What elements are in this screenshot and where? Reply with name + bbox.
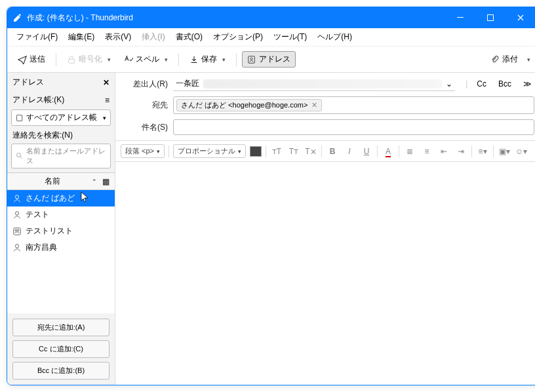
encrypt-label: 暗号化 (79, 54, 102, 65)
indent-icon[interactable]: ⇥ (454, 147, 467, 156)
maximize-button[interactable] (475, 7, 505, 28)
bullet-list-icon[interactable]: ≣ (403, 147, 416, 156)
minimize-button[interactable] (445, 7, 475, 28)
add-to-button[interactable]: 宛先に追加:(A) (12, 319, 109, 336)
address-book-picker[interactable]: すべてのアドレス帳 ▾ (11, 109, 111, 126)
number-list-icon[interactable]: ≡ (420, 147, 433, 156)
toolbar: 送信 暗号化 ▾ スペル ▾ 保存 ▾ アドレス 添付 ▾ (7, 47, 535, 73)
menu-options[interactable]: オプション(P) (208, 29, 268, 45)
svg-point-11 (17, 229, 19, 231)
subject-label: 件名(S) (122, 122, 168, 133)
encrypt-button[interactable]: 暗号化 ▾ (62, 51, 116, 68)
more-button[interactable]: ≫ (521, 78, 534, 90)
mouse-cursor-icon (81, 191, 90, 203)
emoji-icon[interactable]: ☺▾ (515, 147, 528, 156)
contact-name: テスト (26, 209, 49, 220)
svg-point-7 (15, 195, 18, 198)
attach-button[interactable]: 添付 ▾ (485, 51, 535, 68)
save-button[interactable]: 保存 ▾ (184, 51, 231, 68)
chevron-down-icon: ▾ (222, 56, 226, 63)
menu-tools[interactable]: ツール(T) (268, 29, 312, 45)
outdent-icon[interactable]: ⇤ (437, 147, 450, 156)
person-icon (12, 194, 22, 203)
decrease-font-icon[interactable]: ᴛT (270, 147, 283, 156)
add-cc-button[interactable]: Cc に追加:(C) (12, 340, 109, 358)
menu-icon[interactable]: ≡ (105, 96, 109, 105)
contact-name: 南方昌典 (26, 242, 57, 253)
contacts-sidebar: アドレス ✕ アドレス帳:(K) ≡ すべてのアドレス帳 ▾ 連絡先を検索:(N… (7, 73, 115, 385)
spellcheck-icon (124, 55, 133, 64)
sidebar-title: アドレス (12, 77, 44, 88)
message-body[interactable] (115, 162, 535, 385)
menu-edit[interactable]: 編集(E) (63, 29, 100, 45)
svg-point-12 (15, 244, 18, 247)
remove-chip-icon[interactable]: ✕ (311, 101, 317, 109)
recipient-chip-text: さんだ ばあど <hogehoge@hoge.com> (181, 100, 307, 110)
col-name: 名前 (12, 176, 92, 187)
increase-font-icon[interactable]: Tᴛ (287, 147, 300, 156)
svg-rect-9 (14, 227, 21, 235)
insert-image-icon[interactable]: ▣▾ (498, 147, 511, 156)
list-icon (12, 227, 22, 236)
clear-format-icon[interactable]: T⨯ (304, 147, 317, 156)
divider: | (466, 79, 467, 88)
chevron-down-icon: ▾ (108, 56, 111, 63)
menu-insert[interactable]: 挿入(I) (136, 29, 170, 45)
menubar: ファイル(F) 編集(E) 表示(V) 挿入(I) 書式(O) オプション(P)… (7, 28, 535, 47)
spell-label: スペル (136, 54, 159, 65)
italic-icon[interactable]: I (343, 147, 356, 156)
menu-format[interactable]: 書式(O) (170, 29, 208, 45)
font-picker[interactable]: プロポーショナル▾ (173, 144, 246, 158)
address-label: アドレス (259, 54, 290, 65)
contact-name: さんだ ばあど (26, 193, 75, 204)
search-label: 連絡先を検索:(N) (7, 130, 115, 142)
svg-point-8 (15, 211, 18, 214)
to-label: 宛先 (122, 100, 168, 111)
svg-point-10 (15, 229, 17, 231)
align-icon[interactable]: ≡▾ (476, 147, 489, 156)
close-button[interactable] (505, 7, 535, 28)
send-button[interactable]: 送信 (12, 51, 50, 68)
text-color-icon[interactable]: A (382, 147, 395, 156)
address-toggle[interactable]: アドレス (242, 51, 296, 68)
contact-row[interactable]: テストリスト (7, 223, 115, 239)
contact-row[interactable]: 南方昌典 (7, 239, 115, 256)
to-field[interactable]: さんだ ばあど <hogehoge@hoge.com> ✕ (173, 96, 534, 114)
subject-input[interactable] (173, 119, 534, 135)
add-bcc-button[interactable]: Bcc に追加:(B) (12, 362, 109, 380)
bcc-button[interactable]: Bcc (496, 78, 514, 90)
recipient-chip[interactable]: さんだ ばあど <hogehoge@hoge.com> ✕ (176, 99, 322, 111)
save-icon (189, 55, 199, 64)
contact-row[interactable]: さんだ ばあど (7, 190, 115, 206)
from-name: 一条匠 (176, 78, 199, 89)
menu-file[interactable]: ファイル(F) (11, 29, 63, 45)
spell-button[interactable]: スペル ▾ (119, 51, 173, 68)
underline-icon[interactable]: U (360, 147, 373, 156)
paragraph-style-picker[interactable]: 段落 <p>▾ (121, 144, 165, 158)
svg-point-4 (250, 58, 252, 60)
contact-list: さんだ ばあど テスト テストリスト 南方昌典 (7, 190, 115, 313)
header-area: 差出人(R) 一条匠 ⌄ | Cc Bcc ≫ 宛先 (115, 73, 535, 141)
search-icon (16, 152, 24, 160)
from-picker[interactable]: 一条匠 ⌄ (173, 77, 455, 91)
color-swatch[interactable] (250, 146, 262, 157)
close-icon[interactable]: ✕ (103, 78, 109, 87)
sort-caret-icon: ⌃ (92, 178, 97, 185)
column-header[interactable]: 名前 ⌃ ▦ (7, 172, 115, 190)
from-address-blurred (203, 79, 442, 88)
svg-rect-5 (17, 115, 22, 121)
contact-row[interactable]: テスト (7, 206, 115, 223)
menu-view[interactable]: 表示(V) (100, 29, 136, 45)
from-label: 差出人(R) (122, 79, 168, 90)
chevron-down-icon: ▾ (527, 56, 530, 63)
cc-button[interactable]: Cc (474, 78, 489, 90)
paragraph-style-value: 段落 <p> (125, 146, 154, 156)
contact-search[interactable]: 名前またはメールアドレス (11, 144, 111, 168)
menu-help[interactable]: ヘルプ(H) (312, 29, 357, 45)
bold-icon[interactable]: B (326, 147, 339, 156)
chevron-down-icon: ▾ (103, 115, 106, 121)
column-picker-icon[interactable]: ▦ (102, 177, 109, 186)
send-label: 送信 (30, 54, 45, 65)
window-title: 作成: (件名なし) - Thunderbird (27, 12, 445, 24)
attach-label: 添付 (502, 54, 518, 65)
